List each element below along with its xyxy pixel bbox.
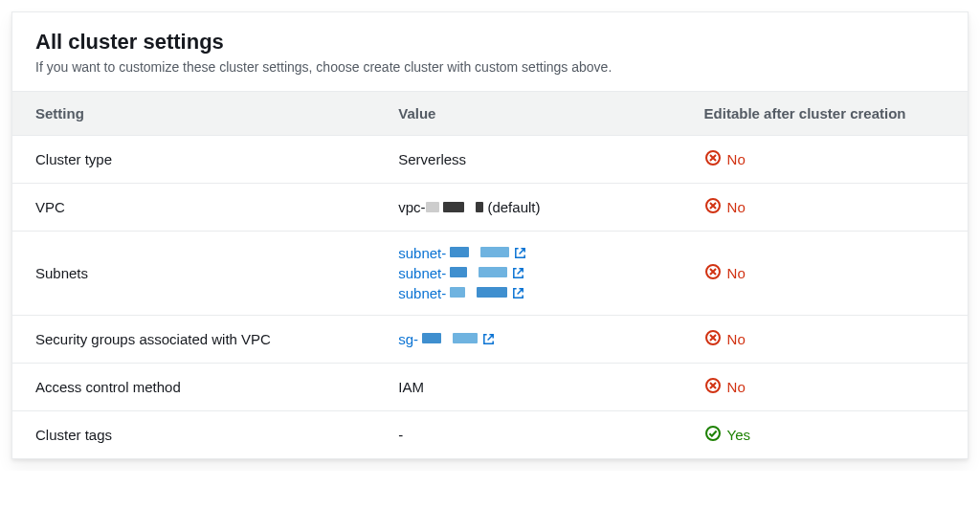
panel-description: If you want to customize these cluster s… xyxy=(35,58,945,77)
status-no: No xyxy=(704,329,746,349)
setting-editable: Yes xyxy=(681,410,968,458)
table-header-row: Setting Value Editable after cluster cre… xyxy=(12,91,968,135)
subnet-link[interactable]: subnet- xyxy=(398,245,657,261)
table-row: Cluster tags - Yes xyxy=(12,410,968,458)
external-link-icon xyxy=(481,332,496,346)
subnet-link[interactable]: subnet- xyxy=(398,265,657,281)
cluster-settings-panel: All cluster settings If you want to cust… xyxy=(11,11,969,459)
setting-label: Cluster tags xyxy=(12,410,375,458)
setting-label: VPC xyxy=(12,183,375,231)
setting-value: - xyxy=(375,410,680,458)
page-title: All cluster settings xyxy=(35,30,945,55)
setting-value: subnet- subnet- subnet- xyxy=(375,231,680,315)
setting-label: Access control method xyxy=(12,363,375,410)
setting-value: sg- xyxy=(375,315,680,363)
setting-label: Subnets xyxy=(12,231,375,315)
table-row: Access control method IAM No xyxy=(12,363,968,410)
error-circle-icon xyxy=(704,377,722,397)
external-link-icon xyxy=(511,286,525,300)
panel-header: All cluster settings If you want to cust… xyxy=(12,12,968,91)
setting-value: vpc- (default) xyxy=(375,183,680,231)
status-no: No xyxy=(704,149,746,169)
error-circle-icon xyxy=(704,329,722,349)
table-row: VPC vpc- (default) No xyxy=(12,183,968,231)
status-no: No xyxy=(704,377,746,397)
setting-label: Cluster type xyxy=(12,135,375,183)
status-no: No xyxy=(704,197,746,217)
table-row: Security groups associated with VPC sg- xyxy=(12,315,968,363)
setting-value: IAM xyxy=(375,363,680,410)
table-row: Subnets subnet- subnet- xyxy=(12,231,968,315)
security-group-link[interactable]: sg- xyxy=(398,331,496,347)
setting-editable: No xyxy=(681,363,968,410)
setting-editable: No xyxy=(681,231,968,315)
table-row: Cluster type Serverless No xyxy=(12,135,968,183)
setting-editable: No xyxy=(681,183,968,231)
column-editable: Editable after cluster creation xyxy=(681,91,968,135)
subnet-link[interactable]: subnet- xyxy=(398,285,657,301)
status-no: No xyxy=(704,263,746,283)
column-setting: Setting xyxy=(12,91,375,135)
success-circle-icon xyxy=(704,425,722,445)
status-yes: Yes xyxy=(704,425,750,445)
setting-value: Serverless xyxy=(375,135,680,183)
setting-editable: No xyxy=(681,315,968,363)
column-value: Value xyxy=(375,91,680,135)
setting-editable: No xyxy=(681,135,968,183)
error-circle-icon xyxy=(704,197,722,217)
error-circle-icon xyxy=(704,149,722,169)
setting-label: Security groups associated with VPC xyxy=(12,315,375,363)
settings-table: Setting Value Editable after cluster cre… xyxy=(12,91,968,458)
external-link-icon xyxy=(513,246,527,260)
error-circle-icon xyxy=(704,263,722,283)
external-link-icon xyxy=(511,266,525,280)
